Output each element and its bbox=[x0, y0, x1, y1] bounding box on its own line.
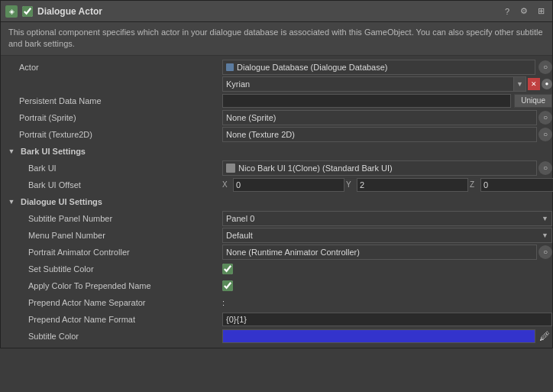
actor-clear-button[interactable]: ✕ bbox=[528, 78, 540, 90]
portrait-texture-field[interactable]: None (Texture 2D) bbox=[222, 127, 537, 142]
actor-row: Actor Dialogue Database (Dialogue Databa… bbox=[1, 59, 552, 76]
actor-dot-button[interactable]: ● bbox=[542, 79, 552, 89]
portrait-texture-label: Portrait (Texture2D) bbox=[1, 130, 222, 139]
bark-ui-offset-value: X Y Z bbox=[222, 178, 553, 192]
persistent-data-name-value: Unique bbox=[222, 94, 552, 108]
settings-button[interactable]: ⚙ bbox=[517, 5, 531, 18]
x-input[interactable] bbox=[233, 178, 344, 192]
subtitle-color-value: 🖉 bbox=[222, 329, 552, 344]
actor-value: Dialogue Database (Dialogue Database) ○ bbox=[222, 60, 552, 75]
prepend-format-label: Prepend Actor Name Format bbox=[1, 315, 222, 324]
prepend-separator-row: Prepend Actor Name Separator : bbox=[1, 294, 552, 311]
prepend-separator-text: : bbox=[222, 298, 225, 307]
apply-color-row: Apply Color To Prepended Name bbox=[1, 277, 552, 294]
portrait-sprite-field[interactable]: None (Sprite) bbox=[222, 110, 537, 125]
component-icon: ◈ bbox=[5, 5, 18, 18]
persistent-data-name-row: Persistent Data Name Unique bbox=[1, 92, 552, 109]
portrait-texture-text: None (Texture 2D) bbox=[226, 130, 295, 139]
bark-ui-circle-button[interactable]: ○ bbox=[538, 161, 552, 175]
actor-sub-dropdown-text: Kyrian bbox=[223, 79, 513, 89]
actor-field-group: Dialogue Database (Dialogue Database) ○ bbox=[222, 60, 552, 75]
x-label: X bbox=[222, 180, 231, 189]
component-enabled-checkbox[interactable] bbox=[22, 6, 33, 17]
bark-ui-settings-toggle[interactable]: ▼ bbox=[5, 145, 18, 157]
help-button[interactable]: ? bbox=[500, 5, 514, 18]
z-input[interactable] bbox=[480, 178, 553, 192]
portrait-animator-value: None (Runtime Animator Controller) ○ bbox=[222, 245, 552, 260]
subtitle-color-swatch[interactable] bbox=[222, 329, 535, 343]
actor-label: Actor bbox=[1, 63, 222, 72]
portrait-texture-row: Portrait (Texture2D) None (Texture 2D) ○ bbox=[1, 126, 552, 143]
menu-panel-row: Menu Panel Number Default ▼ bbox=[1, 227, 552, 244]
dialogue-ui-settings-toggle[interactable]: ▼ bbox=[5, 196, 18, 208]
actor-sub-value: Kyrian ▼ ✕ ● bbox=[222, 76, 552, 92]
portrait-animator-circle-button[interactable]: ○ bbox=[538, 245, 552, 259]
bark-ui-label: Bark UI bbox=[1, 164, 222, 173]
bark-ui-row: Bark UI Nico Bark UI 1(Clone) (Standard … bbox=[1, 160, 552, 177]
portrait-sprite-value: None (Sprite) ○ bbox=[222, 110, 552, 125]
set-subtitle-color-checkbox[interactable] bbox=[222, 264, 233, 274]
portrait-animator-label: Portrait Animator Controller bbox=[1, 248, 222, 257]
bark-ui-text: Nico Bark UI 1(Clone) (Standard Bark UI) bbox=[238, 164, 393, 173]
subtitle-color-row: Subtitle Color 🖉 bbox=[1, 328, 552, 345]
actor-object-text: Dialogue Database (Dialogue Database) bbox=[237, 63, 388, 72]
bark-ui-icon bbox=[226, 164, 235, 173]
panel-header: ◈ Dialogue Actor ? ⚙ ⊞ bbox=[1, 1, 552, 22]
menu-panel-label: Menu Panel Number bbox=[1, 231, 222, 240]
portrait-sprite-circle-button[interactable]: ○ bbox=[538, 111, 552, 125]
y-input[interactable] bbox=[357, 178, 468, 192]
portrait-texture-value: None (Texture 2D) ○ bbox=[222, 127, 552, 142]
portrait-animator-text: None (Runtime Animator Controller) bbox=[226, 248, 360, 257]
properties-content: Actor Dialogue Database (Dialogue Databa… bbox=[1, 56, 552, 348]
apply-color-checkbox[interactable] bbox=[222, 280, 233, 291]
bark-ui-value: Nico Bark UI 1(Clone) (Standard Bark UI)… bbox=[222, 160, 552, 176]
xyz-group: X Y Z bbox=[222, 178, 553, 192]
portrait-animator-field[interactable]: None (Runtime Animator Controller) bbox=[222, 245, 537, 260]
portrait-sprite-row: Portrait (Sprite) None (Sprite) ○ bbox=[1, 109, 552, 126]
portrait-texture-circle-button[interactable]: ○ bbox=[538, 128, 552, 141]
prepend-separator-value: : bbox=[222, 298, 552, 307]
subtitle-color-label: Subtitle Color bbox=[1, 332, 222, 341]
actor-sub-dropdown-arrow: ▼ bbox=[513, 77, 526, 91]
portrait-animator-row: Portrait Animator Controller None (Runti… bbox=[1, 244, 552, 261]
actor-sub-dropdown[interactable]: Kyrian ▼ bbox=[222, 76, 526, 92]
unique-button[interactable]: Unique bbox=[514, 94, 552, 108]
bark-ui-field[interactable]: Nico Bark UI 1(Clone) (Standard Bark UI) bbox=[222, 160, 537, 176]
persistent-data-name-input[interactable] bbox=[222, 94, 511, 108]
persistent-data-name-label: Persistent Data Name bbox=[1, 96, 222, 105]
subtitle-panel-dropdown[interactable]: Panel 0 ▼ bbox=[222, 211, 552, 226]
actor-object-icon bbox=[226, 63, 234, 71]
actor-sub-row: Kyrian ▼ ✕ ● bbox=[1, 76, 552, 92]
dialogue-actor-panel: ◈ Dialogue Actor ? ⚙ ⊞ This optional com… bbox=[0, 0, 553, 348]
bark-ui-offset-label: Bark UI Offset bbox=[1, 180, 222, 190]
header-actions: ? ⚙ ⊞ bbox=[500, 5, 548, 18]
portrait-sprite-label: Portrait (Sprite) bbox=[1, 113, 222, 122]
actor-circle-button[interactable]: ○ bbox=[538, 60, 552, 74]
menu-panel-value: Default ▼ bbox=[222, 228, 552, 243]
bark-ui-offset-row: Bark UI Offset X Y Z bbox=[1, 177, 552, 193]
dialogue-ui-settings-label: Dialogue UI Settings bbox=[18, 197, 102, 206]
subtitle-panel-row: Subtitle Panel Number Panel 0 ▼ bbox=[1, 210, 552, 227]
set-subtitle-color-row: Set Subtitle Color bbox=[1, 261, 552, 277]
subtitle-panel-value: Panel 0 ▼ bbox=[222, 211, 552, 226]
apply-color-value bbox=[222, 280, 552, 291]
y-label: Y bbox=[346, 180, 355, 189]
prepend-format-row: Prepend Actor Name Format bbox=[1, 311, 552, 328]
actor-object-field[interactable]: Dialogue Database (Dialogue Database) bbox=[222, 60, 535, 75]
portrait-sprite-text: None (Sprite) bbox=[226, 113, 276, 122]
menu-panel-dropdown[interactable]: Default ▼ bbox=[222, 228, 552, 243]
prepend-format-input[interactable] bbox=[222, 313, 552, 326]
prepend-separator-label: Prepend Actor Name Separator bbox=[1, 298, 222, 307]
color-picker-button[interactable]: 🖉 bbox=[537, 329, 552, 344]
bark-ui-settings-section[interactable]: ▼ Bark UI Settings bbox=[1, 143, 552, 160]
subtitle-panel-dropdown-text: Panel 0 bbox=[226, 214, 254, 223]
set-subtitle-color-label: Set Subtitle Color bbox=[1, 264, 222, 274]
z-label: Z bbox=[470, 180, 479, 189]
color-row-group: 🖉 bbox=[222, 329, 552, 344]
menu-panel-dropdown-text: Default bbox=[226, 231, 253, 240]
panel-title: Dialogue Actor bbox=[37, 6, 496, 17]
layout-button[interactable]: ⊞ bbox=[534, 5, 548, 18]
persistent-row-group: Unique bbox=[222, 94, 552, 108]
dialogue-ui-settings-section[interactable]: ▼ Dialogue UI Settings bbox=[1, 193, 552, 210]
apply-color-label: Apply Color To Prepended Name bbox=[1, 281, 222, 290]
